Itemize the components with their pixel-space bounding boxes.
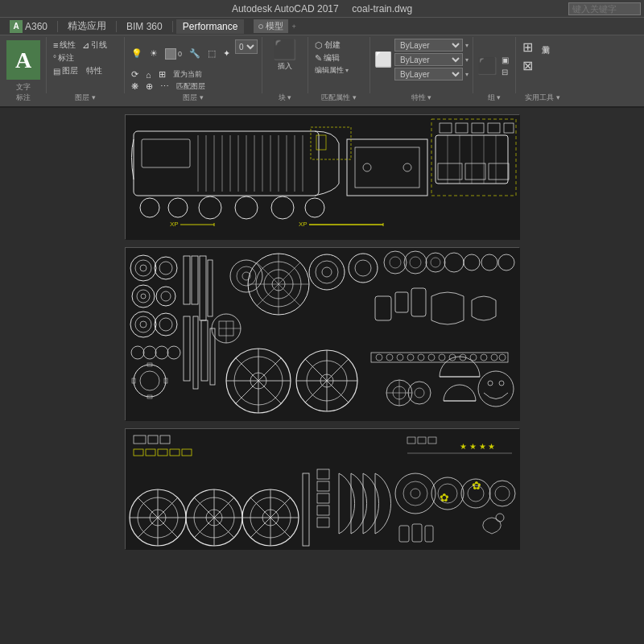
wheels-svg: ★ ★ ★ ★ ✿ ✿ — [126, 429, 520, 550]
bianji-btn[interactable]: ✎ 编辑 — [312, 52, 365, 64]
ribbon-main: A 文字 标注 ≡ 线性 ⊿ 引线 ° 标注 — [3, 37, 641, 105]
group-icon-btn[interactable]: ⬛ — [477, 56, 497, 76]
utils-btn-1[interactable]: ⊞ — [520, 39, 535, 56]
yinxian-icon: ⊿ — [82, 40, 89, 51]
icon-1: 💡 — [131, 48, 142, 59]
icon-5: ⬚ — [208, 48, 216, 59]
divider-3 — [262, 37, 262, 93]
icon-4: 🔧 — [189, 48, 200, 59]
utils-col1: ⊞ ⊠ — [520, 39, 535, 93]
icon-btn-1[interactable]: 💡 — [129, 39, 145, 68]
group-icons: ⬛ ▣ ⊟ — [477, 39, 511, 93]
chuangjian-btn[interactable]: ⬡ 创建 — [312, 39, 365, 52]
divider-5 — [369, 37, 370, 93]
ribbon-icons-mid: ⟳ ⌂ ⊞ 置为当前 — [129, 68, 258, 80]
utils-btn-3[interactable]: 测量 — [537, 39, 553, 40]
tab-bim360[interactable]: BIM 360 — [120, 19, 169, 34]
btn-zhidangqian[interactable]: 置为当前 — [171, 68, 204, 80]
icon-12: ⋯ — [160, 81, 169, 92]
tab-separator-2 — [116, 21, 117, 32]
xianxing-btn[interactable]: ≡ 线性 — [51, 39, 78, 52]
ribbon-edit-section: ⬡ 创建 ✎ 编辑 编辑属性 ▾ 匹配属性 ▾ — [311, 37, 367, 105]
chevron-2: ▾ — [465, 56, 469, 64]
number-select[interactable]: 0 — [235, 39, 258, 54]
yinxian-btn[interactable]: ⊿ 引线 — [80, 39, 109, 52]
wenzhu-button[interactable]: A — [6, 40, 40, 80]
prop-row-1: ⬜ ByLayer ▾ ByLayer ▾ — [374, 39, 469, 80]
search-input[interactable] — [568, 2, 641, 15]
insert-btn[interactable]: ⬛ 插入 — [273, 39, 297, 93]
drawing-panel-1[interactable]: XP XP — [125, 114, 519, 239]
model-tab-dot — [258, 24, 263, 29]
group-sm-2[interactable]: ⊟ — [499, 67, 511, 77]
tab-performance[interactable]: Performance — [176, 19, 245, 34]
texing-icon-btn[interactable]: ⬜ — [374, 51, 392, 68]
bianji-icon: ✎ — [315, 53, 322, 64]
icon-10: ❋ — [131, 81, 138, 92]
tab-bar: A A360 精选应用 BIM 360 Performance 模型 + — [0, 18, 644, 35]
bianjishuxing-btn[interactable]: 编辑属性 ▾ — [312, 64, 365, 76]
utils-icons: ⊞ ⊠ 测量 — [520, 39, 565, 93]
tuceng-btn[interactable]: ▤ 图层 — [51, 64, 80, 77]
title-bar: Autodesk AutoCAD 2017 coal-train.dwg — [0, 0, 644, 18]
svg-text:✿: ✿ — [440, 491, 449, 504]
drawing-panel-3[interactable]: ★ ★ ★ ★ ✿ ✿ — [125, 428, 519, 549]
svg-rect-0 — [126, 115, 520, 240]
icon-btn-10[interactable]: ❋ — [129, 80, 141, 93]
tulayer-row2: ° 标注 — [51, 52, 120, 64]
group-icon: ⬛ — [477, 56, 497, 76]
chuangjian-icon: ⬡ — [315, 40, 323, 51]
model-tab[interactable]: 模型 — [254, 19, 288, 33]
tab-jingxuan[interactable]: 精选应用 — [61, 19, 113, 34]
divider-7 — [515, 37, 516, 93]
ribbon-icons-section: 💡 ☀ 0 🔧 ⬚ ✦ 0 ⟳ ⌂ ⊞ 置为当前 — [127, 37, 259, 105]
tulayer-row3: ▤ 图层 特性 — [51, 64, 120, 77]
tulayer-group-label: 图层 ▾ — [51, 93, 120, 103]
biaozhu2-btn[interactable]: ° 标注 — [51, 52, 76, 64]
svg-text:XP: XP — [170, 221, 179, 228]
layout-add[interactable]: + — [291, 23, 295, 31]
bylayer-select-3[interactable]: ByLayer — [394, 68, 463, 80]
train-svg: XP XP — [126, 115, 520, 240]
icon-btn-4[interactable]: 🔧 — [187, 39, 203, 68]
biaozhu-label: 标注 — [16, 93, 31, 103]
ribbon: A 文字 标注 ≡ 线性 ⊿ 引线 ° 标注 — [0, 35, 644, 108]
prop-dropdowns: ByLayer ▾ ByLayer ▾ ByLayer — [394, 39, 469, 80]
utils-icon-1: ⊞ — [522, 39, 533, 55]
icon-2: ☀ — [150, 48, 158, 59]
icon-btn-5[interactable]: ⬚ — [205, 39, 218, 68]
color-swatch[interactable] — [165, 48, 176, 60]
bylayer-select-1[interactable]: ByLayer — [394, 39, 463, 52]
texing2-btn[interactable]: 特性 — [84, 64, 105, 77]
a360-icon: A — [10, 20, 23, 33]
group-sm-1[interactable]: ▣ — [499, 55, 511, 65]
file-name: coal-train.dwg — [352, 3, 412, 14]
texing-big-icon: ⬜ — [374, 51, 392, 68]
insert-label: 插入 — [278, 61, 292, 72]
wenzhu-label: 文字 — [16, 82, 31, 93]
icon-btn-12[interactable]: ⋯ — [158, 80, 171, 93]
drawing-panel-2[interactable] — [125, 247, 519, 420]
ribbon-tulayer-section: ≡ 线性 ⊿ 引线 ° 标注 ▤ 图层 — [49, 37, 122, 105]
icon-btn-11[interactable]: ⊕ — [143, 80, 155, 93]
bylayer-select-2[interactable]: ByLayer — [394, 53, 463, 66]
texing-group-label: 特性 ▾ — [374, 93, 469, 103]
icon-6: ✦ — [223, 48, 230, 59]
icon-btn-7[interactable]: ⟳ — [129, 68, 141, 80]
icon-btn-3[interactable]: 0 — [163, 39, 184, 68]
pipeishuxing-label: 匹配属性 ▾ — [312, 93, 365, 103]
icon-btn-9[interactable]: ⊞ — [156, 68, 168, 80]
btn-pipeidaceng[interactable]: 匹配图层 — [174, 80, 208, 93]
utils-btn-2[interactable]: ⊠ — [520, 57, 535, 74]
icon-btn-2[interactable]: ☀ — [147, 39, 160, 68]
tab-separator-3 — [172, 21, 173, 32]
app-title: Autodesk AutoCAD 2017 coal-train.dwg — [232, 3, 412, 14]
tab-a360[interactable]: A A360 — [3, 19, 54, 34]
divider-2 — [124, 37, 125, 93]
utils-col2: 测量 — [537, 39, 553, 93]
icon-btn-6[interactable]: ✦ — [221, 39, 233, 68]
xianxing-icon: ≡ — [53, 40, 58, 50]
ribbon-icons-top: 💡 ☀ 0 🔧 ⬚ ✦ 0 — [129, 39, 258, 68]
bylayer-row-1: ByLayer ▾ — [394, 39, 469, 52]
icon-btn-8[interactable]: ⌂ — [143, 68, 154, 80]
